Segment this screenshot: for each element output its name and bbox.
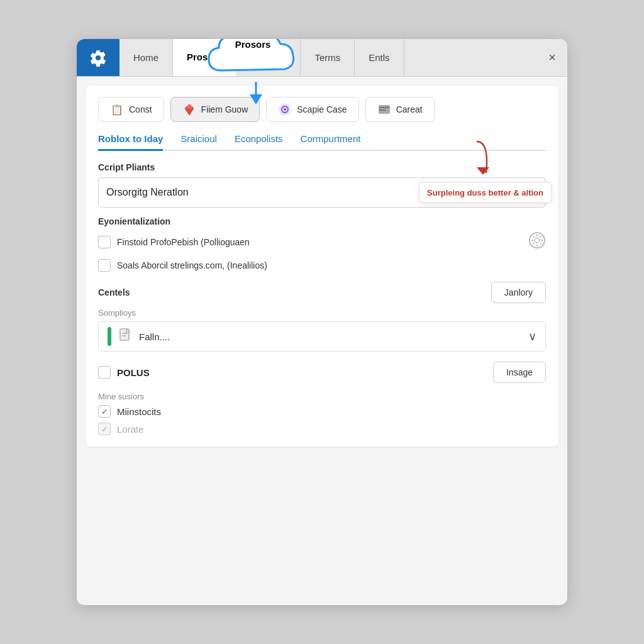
- scapie-icon: [278, 103, 292, 116]
- svg-marker-3: [185, 104, 194, 109]
- polus-row: POLUS Insage: [98, 362, 546, 383]
- ccript-input-row: Surpleing duss better & altion 2: [98, 177, 546, 208]
- checkbox-2-label: Soals Aborcil strelings.com, (Inealilios…: [117, 260, 267, 270]
- main-content: 📋 Const Fiiem Guow: [86, 86, 558, 447]
- ccript-pliants-label: Ccript Pliants: [98, 162, 546, 172]
- insage-button[interactable]: Insage: [493, 362, 546, 383]
- settings-gear-icon[interactable]: [528, 231, 546, 253]
- centels-row: Centels Janlory: [98, 282, 546, 303]
- subtab-careat[interactable]: Careat: [365, 97, 435, 122]
- tooltip-box: Surpleing duss better & altion: [419, 182, 552, 203]
- polus-label: POLUS: [117, 367, 493, 378]
- nav-tab-sraicioul[interactable]: Sraicioul: [180, 133, 217, 150]
- somplloys-label: Somplloys: [98, 308, 546, 318]
- tab-prosors[interactable]: Prosors: [173, 39, 237, 76]
- svg-rect-9: [379, 109, 386, 111]
- checkbox-2[interactable]: [98, 259, 111, 272]
- tab-success[interactable]: Success: [237, 39, 301, 76]
- checkbox-row-1: Finstoid ProfoPebish (Pollioguaen: [98, 231, 546, 253]
- subtab-const-label: Const: [129, 104, 152, 114]
- svg-rect-8: [379, 107, 389, 108]
- mine-checkbox-1[interactable]: [98, 405, 111, 418]
- svg-point-19: [533, 243, 534, 244]
- svg-point-17: [540, 243, 541, 244]
- eyonientalization-label: Eyonientalization: [98, 216, 546, 226]
- subtab-careat-label: Careat: [396, 104, 423, 114]
- tab-home[interactable]: Home: [119, 39, 173, 76]
- chevron-down-icon: ∨: [528, 330, 536, 343]
- nav-tab-econpolists[interactable]: Econpolists: [235, 133, 283, 150]
- mine-item-1: Miinstocits: [98, 405, 546, 418]
- tab-terms[interactable]: Terms: [301, 39, 355, 76]
- checkbox-row-2: Soals Aborcil strelings.com, (Inealilios…: [98, 259, 546, 272]
- subtab-const[interactable]: 📋 Const: [98, 97, 164, 122]
- subtab-row: 📋 Const Fiiem Guow: [98, 97, 546, 122]
- svg-point-13: [536, 245, 538, 247]
- const-icon: 📋: [110, 103, 124, 116]
- subtab-fiiem-guow[interactable]: Fiiem Guow: [170, 97, 260, 122]
- tab-bar: Prosors Home Prosors Success Terms Entls…: [77, 39, 567, 77]
- svg-point-14: [531, 240, 533, 242]
- svg-point-16: [533, 236, 534, 237]
- main-window: Prosors Home Prosors Success Terms Entls…: [77, 39, 567, 605]
- close-button[interactable]: ×: [537, 39, 567, 76]
- mine-item-1-label: Miinstocits: [117, 406, 161, 417]
- gear-tab[interactable]: [77, 39, 119, 76]
- subtab-scapie-case[interactable]: Scapie Case: [266, 97, 358, 122]
- polus-checkbox[interactable]: [98, 366, 111, 379]
- mine-susiors-label: Mine susiors: [98, 392, 546, 401]
- fiiem-icon: [182, 103, 196, 116]
- dropdown-text: Falln....: [139, 331, 521, 342]
- svg-point-6: [284, 108, 286, 111]
- svg-point-18: [540, 236, 541, 237]
- janlory-button[interactable]: Janlory: [491, 282, 546, 303]
- mine-item-2-label: Lorate: [117, 424, 144, 435]
- checkbox-1[interactable]: [98, 236, 111, 248]
- nav-tab-roblox[interactable]: Roblox to Iday: [98, 133, 163, 151]
- gear-icon: [89, 49, 107, 67]
- svg-point-12: [536, 235, 538, 236]
- somplloys-dropdown[interactable]: Falln.... ∨: [98, 321, 546, 352]
- mine-checkbox-2[interactable]: [98, 423, 111, 435]
- file-icon: [119, 328, 131, 345]
- nav-tab-cormpurtment[interactable]: Cormpurtment: [301, 133, 361, 150]
- checkbox-1-label: Finstoid ProfoPebish (Pollioguaen: [117, 237, 250, 247]
- subtab-scapie-label: Scapie Case: [297, 104, 347, 114]
- centels-label: Centels: [98, 287, 130, 297]
- green-indicator: [108, 327, 111, 346]
- svg-point-15: [541, 240, 543, 242]
- nav-tabs: Roblox to Iday Sraicioul Econpolists Cor…: [98, 133, 546, 151]
- mine-item-2: Lorate: [98, 423, 546, 435]
- careat-icon: [377, 103, 391, 116]
- subtab-fiiem-label: Fiiem Guow: [201, 104, 248, 114]
- tab-entls[interactable]: Entls: [355, 39, 404, 76]
